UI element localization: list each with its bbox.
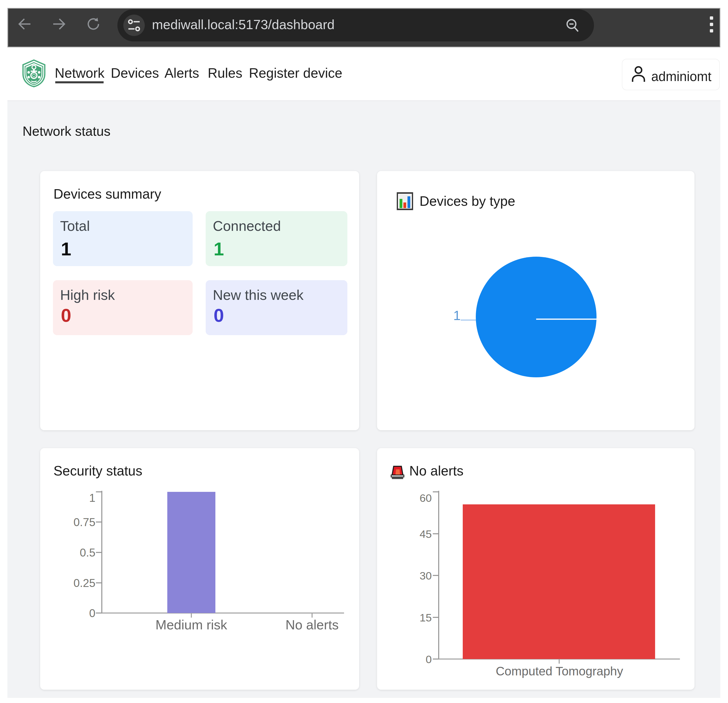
svg-text:Computed Tomography: Computed Tomography <box>496 664 623 678</box>
svg-text:Medium risk: Medium risk <box>156 617 227 632</box>
svg-text:60: 60 <box>419 492 432 504</box>
svg-text:No alerts: No alerts <box>286 617 339 632</box>
svg-text:0.5: 0.5 <box>80 546 95 559</box>
svg-text:0.25: 0.25 <box>74 577 95 589</box>
svg-text:0: 0 <box>426 653 432 666</box>
svg-text:0: 0 <box>89 607 95 619</box>
svg-text:1: 1 <box>89 491 95 504</box>
svg-text:15: 15 <box>419 611 432 624</box>
svg-text:45: 45 <box>419 528 432 540</box>
svg-text:0.75: 0.75 <box>74 516 95 529</box>
svg-text:30: 30 <box>419 569 432 582</box>
